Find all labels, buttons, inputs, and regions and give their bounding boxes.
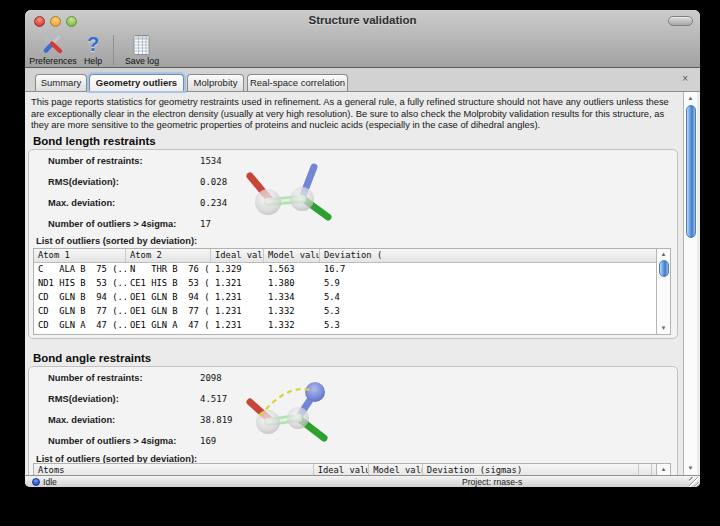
ba-restraints-value: 2098 — [200, 373, 222, 383]
help-label: Help — [78, 56, 108, 66]
cell: OE1 GLN B 94 (... — [126, 291, 211, 305]
bl-col-atom1[interactable]: Atom 1 — [34, 249, 126, 262]
table-row[interactable]: CD GLN B 77 (... OE1 GLN B 77 (... 1.231… — [34, 305, 656, 319]
tools-icon — [40, 34, 66, 56]
tab-bar: Summary Geometry outliers Molprobity Rea… — [25, 68, 700, 91]
bl-restraints-value: 1534 — [200, 156, 222, 166]
bl-col-ideal[interactable]: Ideal value — [211, 249, 264, 262]
cell: 16.7 — [320, 263, 656, 277]
bl-col-deviation[interactable]: Deviation ( — [320, 249, 656, 262]
table-row[interactable]: ND1 HIS B 53 (... CE1 HIS B 53 (... 1.32… — [34, 277, 656, 291]
resize-grip[interactable] — [689, 477, 699, 487]
table-row[interactable]: CD GLN A 47 (... OE1 GLN A 47 (... 1.231… — [34, 319, 656, 333]
question-mark-icon: ? — [78, 34, 108, 56]
table-row[interactable]: C ALA B 75 (... N THR B 76 (... 1.329 1.… — [34, 263, 656, 277]
scroll-up-icon[interactable]: ▲ — [684, 94, 697, 103]
toolbar-separator — [113, 35, 114, 65]
save-log-button[interactable]: Save log — [119, 34, 165, 67]
bl-max-label: Max. deviation: — [48, 198, 115, 208]
window-title: Structure validation — [25, 14, 700, 26]
titlebar[interactable]: Structure validation — [25, 10, 700, 32]
cell: ND1 HIS B 53 (... — [34, 277, 126, 291]
ba-col-ideal[interactable]: Ideal value — [314, 464, 370, 475]
bl-col-model[interactable]: Model value — [264, 249, 320, 262]
window-chrome: Structure validation Preferences ? Help — [25, 10, 700, 68]
bl-rms-value: 0.028 — [200, 177, 227, 187]
cell: CD GLN A 47 (... — [34, 319, 126, 333]
bond-length-outliers-table: Atom 1 Atom 2 Ideal value Model value De… — [33, 248, 671, 335]
bond-length-section-title: Bond length restraints — [33, 135, 156, 147]
status-bar: Idle Project: rnase-s — [25, 475, 700, 487]
preferences-label: Preferences — [27, 56, 79, 66]
cell: 5.3 — [320, 305, 656, 319]
cell: 1.329 — [211, 263, 264, 277]
ba-col-deviation[interactable]: Deviation (sigmas) — [423, 464, 639, 475]
cell: CD GLN B 77 (... — [34, 305, 126, 319]
bond-angle-molecule-image — [238, 380, 338, 448]
bl-rms-label: RMS(deviation): — [48, 177, 119, 187]
close-tab-icon[interactable]: × — [682, 73, 688, 85]
main-scrollbar[interactable]: ▲ ▼ — [683, 92, 697, 475]
bl-outliers-label: Number of outliers > 4sigma: — [48, 219, 176, 229]
ba-max-value: 38.819 — [200, 415, 233, 425]
cell: CE1 HIS B 53 (... — [126, 277, 211, 291]
cell: 1.332 — [264, 319, 320, 333]
bl-outliers-value: 17 — [200, 219, 211, 229]
ba-table-header: Atoms Ideal value Model value Deviation … — [34, 464, 656, 475]
toolbar: Preferences ? Help — [25, 32, 700, 68]
ba-outliers-value: 169 — [200, 436, 216, 446]
bl-table-header: Atom 1 Atom 2 Ideal value Model value De… — [34, 249, 656, 263]
status-dot-icon — [32, 478, 40, 486]
scroll-up-icon[interactable]: ▲ — [657, 250, 670, 259]
bl-col-atom2[interactable]: Atom 2 — [126, 249, 211, 262]
cell: 5.4 — [320, 291, 656, 305]
bond-angle-outliers-table: Atoms Ideal value Model value Deviation … — [33, 463, 671, 475]
ba-col-atoms[interactable]: Atoms — [34, 464, 314, 475]
cell: 1.563 — [264, 263, 320, 277]
ba-col-blank[interactable] — [639, 464, 652, 475]
main-scrollbar-thumb[interactable] — [686, 105, 696, 238]
scroll-up-icon[interactable]: ▲ — [657, 465, 670, 474]
tab-summary[interactable]: Summary — [35, 74, 87, 91]
bl-restraints-label: Number of restraints: — [48, 156, 143, 166]
ba-rms-value: 4.517 — [200, 394, 227, 404]
cell: OE1 GLN B 77 (... — [126, 305, 211, 319]
bond-length-molecule-image — [240, 160, 336, 230]
geometry-outliers-page: This page reports statistics for geometr… — [25, 91, 700, 475]
bond-angle-section-title: Bond angle restraints — [33, 352, 151, 364]
cell: CD GLN B 94 (... — [34, 291, 126, 305]
spreadsheet-icon — [133, 34, 151, 56]
help-button[interactable]: ? Help — [78, 34, 108, 67]
cell: 5.3 — [320, 319, 656, 333]
structure-validation-window: Structure validation Preferences ? Help — [25, 10, 700, 487]
ba-rms-label: RMS(deviation): — [48, 394, 119, 404]
cell: OE1 GLN A 47 (... — [126, 319, 211, 333]
status-text: Idle — [43, 477, 57, 487]
cell: 1.321 — [211, 277, 264, 291]
bl-table-scrollbar[interactable]: ▲ ▼ — [656, 249, 670, 334]
cell: N THR B 76 (... — [126, 263, 211, 277]
cell: 5.9 — [320, 277, 656, 291]
tab-geometry-outliers[interactable]: Geometry outliers — [89, 74, 184, 91]
tab-molprobity[interactable]: Molprobity — [187, 74, 244, 91]
toolbar-toggle-button[interactable] — [668, 16, 693, 26]
cell: 1.334 — [264, 291, 320, 305]
scroll-down-icon[interactable]: ▼ — [657, 324, 670, 333]
desktop: Structure validation Preferences ? Help — [0, 0, 720, 526]
ba-restraints-label: Number of restraints: — [48, 373, 143, 383]
table-row[interactable]: CD GLN B 94 (... OE1 GLN B 94 (... 1.231… — [34, 291, 656, 305]
cell: 1.380 — [264, 277, 320, 291]
intro-text: This page reports statistics for geometr… — [31, 96, 676, 131]
ba-outliers-label: Number of outliers > 4sigma: — [48, 436, 176, 446]
ba-table-scrollbar[interactable]: ▲ — [656, 464, 670, 475]
preferences-button[interactable]: Preferences — [27, 34, 79, 67]
bl-list-label: List of outliers (sorted by deviation): — [36, 236, 197, 246]
ba-max-label: Max. deviation: — [48, 415, 115, 425]
project-label: Project: rnase-s — [462, 477, 522, 487]
scroll-down-icon[interactable]: ▼ — [684, 464, 697, 473]
scrollbar-thumb[interactable] — [659, 260, 669, 277]
tab-real-space-correlation[interactable]: Real-space correlation — [247, 74, 348, 91]
ba-col-model[interactable]: Model value — [369, 464, 423, 475]
save-log-label: Save log — [119, 56, 165, 66]
cell: 1.231 — [211, 319, 264, 333]
